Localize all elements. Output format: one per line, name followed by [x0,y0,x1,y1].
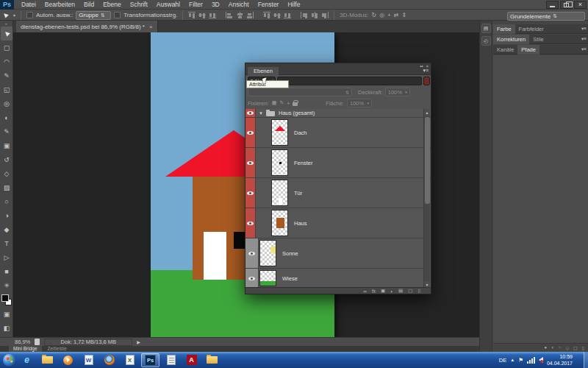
taskbar-excel[interactable]: X [121,353,139,367]
scrollbar-thumb[interactable] [425,117,430,204]
3d-rotate-icon[interactable]: ↻ [371,12,376,18]
align-top-icon[interactable] [188,12,196,18]
layer-row-dach[interactable]: Dach [245,118,431,148]
quick-mask-icon[interactable]: ▣ [0,307,13,321]
tab-farbfelder[interactable]: Farbfelder [515,24,548,34]
tab-mini-bridge[interactable]: Mini Bridge [9,346,42,352]
menu-bild[interactable]: Bild [79,0,98,10]
layer-row-tuer[interactable]: Tür [245,178,431,208]
delete-path-icon[interactable]: ▯ [582,345,584,350]
history-brush-tool[interactable]: ↺ [0,152,13,166]
3d-roll-icon[interactable]: ◎ [379,12,384,18]
layer-mask-icon[interactable]: ▣ [381,288,385,294]
new-group-icon[interactable]: ▤ [398,288,403,294]
visibility-toggle[interactable] [245,148,256,177]
taskbar-acrobat[interactable]: A [182,353,201,367]
align-bottom-icon[interactable] [209,12,216,18]
layer-search-input[interactable] [277,77,422,85]
blend-mode-dropdown[interactable]: ⇅ [248,88,352,96]
collapse-toolbar-icon[interactable]: » [0,21,12,26]
align-center-icon[interactable] [236,12,243,18]
auto-select-dropdown[interactable]: Gruppe ⇅ [76,11,111,20]
distribute-center-icon[interactable] [311,12,318,18]
new-layer-icon[interactable]: ▢ [408,288,412,294]
menu-3d[interactable]: 3D [207,0,224,10]
fill-path-icon[interactable]: ● [545,345,548,350]
layer-thumbnail[interactable] [271,180,288,206]
tab-stile[interactable]: Stile [529,35,548,44]
scroll-up-icon[interactable]: ▲ [424,109,430,116]
taskbar-explorer[interactable] [38,353,57,367]
volume-icon[interactable] [539,357,543,363]
link-layers-icon[interactable]: ∞ [363,289,367,294]
3d-slide-icon[interactable]: ⇄ [394,12,399,18]
layer-group-row[interactable]: ▼ Haus (gesamt) [245,109,431,118]
layer-style-icon[interactable]: fx [372,289,376,294]
layer-thumbnail[interactable] [271,149,288,176]
taskbar-media-player[interactable] [59,353,77,367]
align-left-icon[interactable] [226,12,233,18]
lock-position-icon[interactable]: + [287,101,290,106]
start-button[interactable] [3,354,15,367]
mini-bridge-panel-icon[interactable]: ▤ [481,24,491,33]
delete-layer-icon[interactable]: ▯ [417,288,420,294]
menu-filter[interactable]: Filter [184,0,207,10]
tab-farbe[interactable]: Farbe [493,24,515,34]
shape-tool[interactable]: ■ [0,264,13,278]
quick-selection-tool[interactable]: ✎ [0,68,13,82]
scrollbar[interactable]: ▲ ▼ [423,109,430,289]
gradient-tool[interactable]: ▨ [0,180,13,194]
crop-tool[interactable]: ◱ [0,82,13,96]
move-tool[interactable]: ▶ [1,26,12,40]
path-mask-icon[interactable]: ◇ [565,345,569,350]
3d-scale-icon[interactable]: ⇕ [402,12,407,18]
distribute-top-icon[interactable] [263,12,270,18]
eyedropper-tool[interactable]: ◎ [0,96,13,110]
align-middle-icon[interactable] [198,12,206,18]
tool-preset-caret-icon[interactable]: ▾ [13,13,15,18]
tab-ebenen[interactable]: Ebenen [248,67,279,75]
pen-tool[interactable]: ◆ [0,222,13,236]
path-selection-tool[interactable]: ▷ [0,250,13,264]
marquee-tool[interactable]: ▢ [0,40,13,54]
stroke-path-icon[interactable]: ◐ [551,345,554,350]
blur-tool[interactable]: ○ [0,194,13,208]
type-tool[interactable]: T [0,236,13,250]
panel-menu-icon[interactable]: ▾≡ [581,26,588,32]
filter-toggle[interactable] [423,77,430,85]
3d-pan-icon[interactable]: + [387,12,391,18]
eraser-tool[interactable]: ◇ [0,166,13,180]
menu-bearbeiten[interactable]: Bearbeiten [40,0,79,10]
tab-pfade[interactable]: Pfade [517,45,539,54]
visibility-toggle[interactable] [245,109,256,117]
layer-row-wiese[interactable]: Wiese [245,269,431,289]
panel-menu-icon[interactable]: ▾≡ [423,68,429,74]
menu-ebene[interactable]: Ebene [98,0,126,10]
layer-thumbnail[interactable] [271,119,288,146]
color-swatches[interactable] [0,294,13,307]
visibility-toggle[interactable] [245,118,256,147]
menu-datei[interactable]: Datei [17,0,40,10]
lock-paint-icon[interactable]: ✎ [279,100,284,106]
transform-controls-checkbox[interactable] [114,12,121,18]
taskbar-documents-folder[interactable] [203,353,221,367]
tab-zeitleiste[interactable]: Zeitleiste [48,346,67,352]
taskbar-firefox[interactable] [100,353,118,367]
lasso-tool[interactable]: ◠ [0,54,13,68]
distribute-right-icon[interactable] [321,12,329,18]
tab-korrekturen[interactable]: Korrekturen [493,35,529,44]
fill-dropdown[interactable]: 100% ▾ [347,99,372,107]
brush-tool[interactable]: ✎ [0,124,13,138]
layer-row-fenster[interactable]: Fenster [245,148,431,178]
distribute-bottom-icon[interactable] [284,12,291,18]
minimize-button[interactable] [546,1,559,9]
move-tool-icon[interactable] [3,12,10,19]
layer-row-sonne[interactable]: Sonne [245,238,431,269]
align-right-icon[interactable] [246,12,254,18]
adjustment-layer-icon[interactable]: ◐ [390,289,393,294]
screen-mode-icon[interactable]: ◧ [0,321,13,335]
layer-thumbnail[interactable] [259,240,276,266]
dodge-tool[interactable]: ◑ [0,208,13,222]
foreground-color-swatch[interactable] [1,294,9,302]
panel-menu-icon[interactable]: ▾≡ [581,36,588,42]
